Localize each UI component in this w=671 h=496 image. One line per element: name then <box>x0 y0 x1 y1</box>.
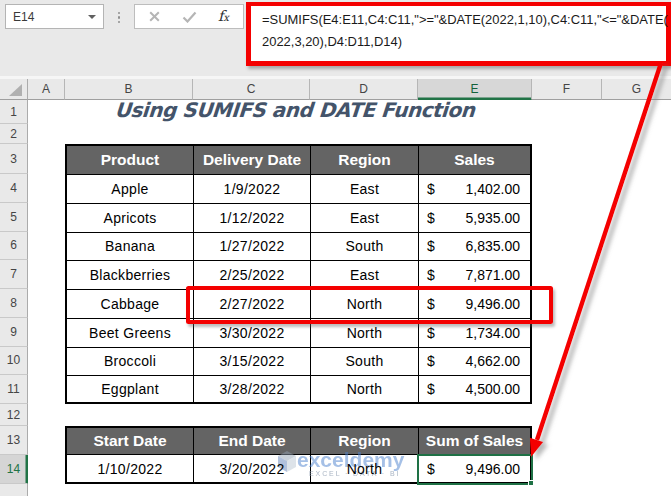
enter-icon[interactable] <box>182 11 197 23</box>
sales-value: 5,935.00 <box>466 210 521 226</box>
cell-b11[interactable]: Eggplant <box>67 376 194 402</box>
row-header-5[interactable]: 5 <box>0 203 28 232</box>
cell-b9[interactable]: Beet Greens <box>67 319 194 348</box>
cell-e10[interactable]: $4,662.00 <box>419 348 530 377</box>
cell-c10[interactable]: 3/15/2022 <box>194 348 311 377</box>
cell-c4[interactable]: 1/9/2022 <box>194 175 311 204</box>
col-header-region2[interactable]: Region <box>311 428 419 455</box>
region-value: North <box>347 461 383 477</box>
column-header-f[interactable]: F <box>532 79 602 100</box>
row-header-9[interactable]: 9 <box>0 318 28 347</box>
excel-window: E14 fx =SUMIFS(E4:E11,C4:C11,">="&DATE(2… <box>0 0 671 496</box>
sales-value: 4,500.00 <box>466 381 521 397</box>
sales-value: 1,402.00 <box>466 181 521 197</box>
active-cell-border <box>417 454 533 486</box>
formula-bar-area: E14 fx =SUMIFS(E4:E11,C4:C11,">="&DATE(2… <box>0 0 671 76</box>
products-table: Product Delivery Date Region Sales Apple… <box>65 144 532 404</box>
sheet-area: Using SUMIFS and DATE Function Product D… <box>28 100 671 496</box>
cell-c14[interactable]: 3/20/2022 <box>194 455 311 482</box>
col-header-region[interactable]: Region <box>311 146 419 175</box>
cell-c11[interactable]: 3/28/2022 <box>194 376 311 402</box>
currency-symbol: $ <box>427 210 435 226</box>
column-header-a[interactable]: A <box>28 79 65 100</box>
select-all-icon <box>9 84 22 96</box>
sales-value: 7,871.00 <box>466 267 521 283</box>
row-header-7[interactable]: 7 <box>0 260 28 289</box>
formula-text-line1: =SUMIFS(E4:E11,C4:C11,">="&DATE(2022,1,1… <box>262 9 666 31</box>
cell-b4[interactable]: Apple <box>67 175 194 204</box>
formula-bar-separator <box>118 12 121 23</box>
cell-d4[interactable]: East <box>311 175 419 204</box>
name-box-value: E14 <box>6 10 34 24</box>
sales-value: 6,835.00 <box>466 238 521 254</box>
row-header-14[interactable]: 14 <box>0 455 28 484</box>
cell-d6[interactable]: South <box>311 233 419 262</box>
cell-e4[interactable]: $1,402.00 <box>419 175 530 204</box>
column-headers: A B C D E F G <box>0 79 671 100</box>
col-header-end-date[interactable]: End Date <box>194 428 311 455</box>
cancel-icon[interactable] <box>148 10 161 23</box>
col-header-start-date[interactable]: Start Date <box>67 428 194 455</box>
row-header-11[interactable]: 11 <box>0 375 28 404</box>
separator-dot <box>118 21 120 23</box>
row-header-4[interactable]: 4 <box>0 174 28 203</box>
sales-value: 4,662.00 <box>466 353 521 369</box>
formula-input[interactable]: =SUMIFS(E4:E11,C4:C11,">="&DATE(2022,1,1… <box>246 2 671 66</box>
column-header-c[interactable]: C <box>193 79 310 100</box>
column-header-g[interactable]: G <box>602 79 671 100</box>
cell-e5[interactable]: $5,935.00 <box>419 204 530 233</box>
cell-d14[interactable]: North <box>311 455 419 482</box>
col-header-delivery-date[interactable]: Delivery Date <box>194 146 311 175</box>
currency-symbol: $ <box>427 181 435 197</box>
formula-buttons: fx <box>134 4 244 29</box>
row-headers: 1 2 3 4 5 6 7 8 9 10 11 12 13 14 <box>0 100 28 496</box>
cell-e6[interactable]: $6,835.00 <box>419 233 530 262</box>
sales-value: 1,734.00 <box>466 325 521 341</box>
name-box[interactable]: E14 <box>5 4 104 29</box>
insert-function-icon[interactable]: fx <box>218 9 229 24</box>
cell-d5[interactable]: East <box>311 204 419 233</box>
row-header-6[interactable]: 6 <box>0 232 28 261</box>
col-header-sales[interactable]: Sales <box>419 146 530 175</box>
currency-symbol: $ <box>427 381 435 397</box>
formula-text-line2: 2022,3,20),D4:D11,D14) <box>262 31 666 53</box>
separator-dot <box>118 16 120 18</box>
end-date-value: 3/20/2022 <box>220 461 285 477</box>
currency-symbol: $ <box>427 238 435 254</box>
name-box-dropdown-icon[interactable] <box>88 15 96 19</box>
col-header-product[interactable]: Product <box>67 146 194 175</box>
cell-b10[interactable]: Broccoli <box>67 348 194 377</box>
cell-c6[interactable]: 1/27/2022 <box>194 233 311 262</box>
currency-symbol: $ <box>427 325 435 341</box>
row-header-13[interactable]: 13 <box>0 426 28 455</box>
row-header-2[interactable]: 2 <box>0 124 28 144</box>
row-header-8[interactable]: 8 <box>0 289 28 318</box>
cell-b5[interactable]: Apricots <box>67 204 194 233</box>
row-header-3[interactable]: 3 <box>0 144 28 174</box>
cell-d11[interactable]: North <box>311 376 419 402</box>
select-all-button[interactable] <box>0 79 28 100</box>
cell-b6[interactable]: Banana <box>67 233 194 262</box>
cell-b7[interactable]: Blackberries <box>67 261 194 290</box>
row-header-12[interactable]: 12 <box>0 404 28 426</box>
currency-symbol: $ <box>427 267 435 283</box>
row-header-10[interactable]: 10 <box>0 347 28 376</box>
sheet-title: Using SUMIFS and DATE Function <box>63 98 526 124</box>
column-header-d[interactable]: D <box>310 79 418 100</box>
column-header-e[interactable]: E <box>418 79 532 100</box>
separator-dot <box>118 12 120 14</box>
cell-b14[interactable]: 1/10/2022 <box>67 455 194 482</box>
column-header-b[interactable]: B <box>65 79 193 100</box>
currency-symbol: $ <box>427 353 435 369</box>
highlight-rectangle <box>186 286 553 324</box>
start-date-value: 1/10/2022 <box>98 461 163 477</box>
row-header-1[interactable]: 1 <box>0 100 28 124</box>
cell-c5[interactable]: 1/12/2022 <box>194 204 311 233</box>
col-header-sum-of-sales[interactable]: Sum of Sales <box>419 428 530 455</box>
cell-e11[interactable]: $4,500.00 <box>419 376 530 402</box>
cell-b8[interactable]: Cabbage <box>67 290 194 319</box>
fill-handle[interactable] <box>528 480 534 486</box>
cell-d10[interactable]: South <box>311 348 419 377</box>
